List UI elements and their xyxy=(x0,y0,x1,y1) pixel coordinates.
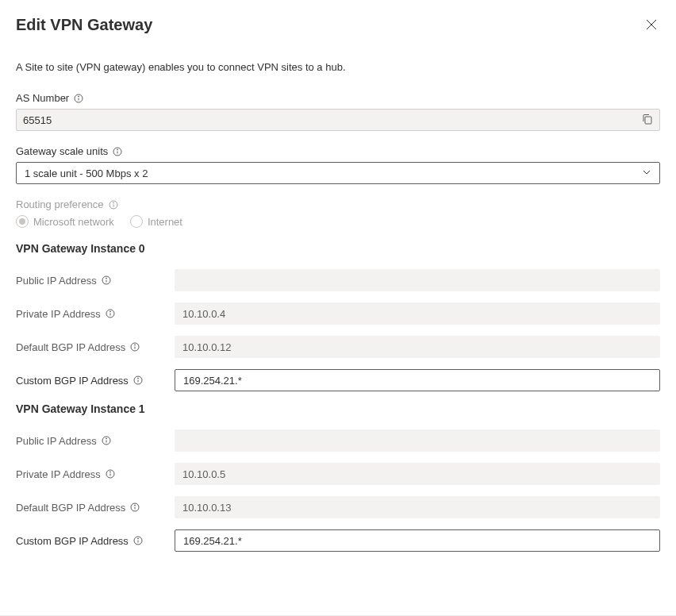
default-bgp-value: 10.10.0.12 xyxy=(175,336,660,358)
public-ip-value xyxy=(175,269,660,291)
svg-point-8 xyxy=(117,149,118,150)
private-ip-value: 10.10.0.5 xyxy=(175,463,660,485)
radio-label: Microsoft network xyxy=(33,216,114,228)
radio-icon xyxy=(16,215,29,228)
info-icon[interactable] xyxy=(74,94,83,103)
info-icon[interactable] xyxy=(130,502,140,512)
private-ip-label: Private IP Address xyxy=(16,468,175,480)
routing-pref-microsoft: Microsoft network xyxy=(16,215,114,228)
svg-rect-5 xyxy=(645,117,651,124)
svg-point-14 xyxy=(106,278,106,279)
svg-point-32 xyxy=(135,505,136,506)
svg-point-26 xyxy=(106,438,106,439)
routing-pref-internet: Internet xyxy=(130,215,182,228)
close-button[interactable] xyxy=(643,16,660,36)
default-bgp-label: Default BGP IP Address xyxy=(16,502,175,514)
svg-point-17 xyxy=(109,311,110,312)
info-icon[interactable] xyxy=(102,275,111,285)
public-ip-label: Public IP Address xyxy=(16,275,175,287)
private-ip-value: 10.10.0.4 xyxy=(175,302,660,325)
info-icon[interactable] xyxy=(113,147,122,156)
close-icon xyxy=(646,21,657,33)
as-number-field: 65515 xyxy=(16,109,660,131)
custom-bgp-label: Custom BGP IP Address xyxy=(16,535,175,547)
as-number-label: AS Number xyxy=(16,92,660,104)
svg-point-20 xyxy=(135,345,136,345)
chevron-down-icon xyxy=(642,167,651,179)
default-bgp-value: 10.10.0.13 xyxy=(175,496,660,518)
default-bgp-label: Default BGP IP Address xyxy=(16,341,175,353)
custom-bgp-label: Custom BGP IP Address xyxy=(16,375,175,387)
public-ip-label: Public IP Address xyxy=(16,435,175,447)
info-icon[interactable] xyxy=(130,342,140,352)
page-title: Edit VPN Gateway xyxy=(16,16,152,34)
radio-label: Internet xyxy=(148,216,182,228)
info-icon[interactable] xyxy=(109,200,118,210)
svg-point-35 xyxy=(137,538,138,539)
description-text: A Site to site (VPN gateway) enables you… xyxy=(16,61,660,73)
custom-bgp-input-1[interactable] xyxy=(175,529,660,552)
svg-point-29 xyxy=(109,472,110,472)
routing-pref-label: Routing preference xyxy=(16,198,660,210)
instance-0-heading: VPN Gateway Instance 0 xyxy=(16,242,660,255)
scale-units-label: Gateway scale units xyxy=(16,145,660,157)
svg-point-4 xyxy=(79,96,79,97)
info-icon[interactable] xyxy=(106,309,115,318)
info-icon[interactable] xyxy=(106,469,115,479)
as-number-value: 65515 xyxy=(23,114,52,126)
routing-pref-radio-group: Microsoft network Internet xyxy=(16,215,660,228)
scale-units-value: 1 scale unit - 500 Mbps x 2 xyxy=(25,167,148,179)
radio-icon xyxy=(130,215,143,228)
svg-point-23 xyxy=(137,378,138,379)
info-icon[interactable] xyxy=(133,375,143,385)
instance-1-heading: VPN Gateway Instance 1 xyxy=(16,402,660,415)
info-icon[interactable] xyxy=(133,536,143,545)
scale-units-select[interactable]: 1 scale unit - 500 Mbps x 2 xyxy=(16,162,660,184)
public-ip-value xyxy=(175,429,660,452)
custom-bgp-input-0[interactable] xyxy=(175,369,660,391)
private-ip-label: Private IP Address xyxy=(16,308,175,320)
copy-icon[interactable] xyxy=(642,114,653,127)
info-icon[interactable] xyxy=(102,436,111,445)
svg-point-11 xyxy=(113,202,113,203)
